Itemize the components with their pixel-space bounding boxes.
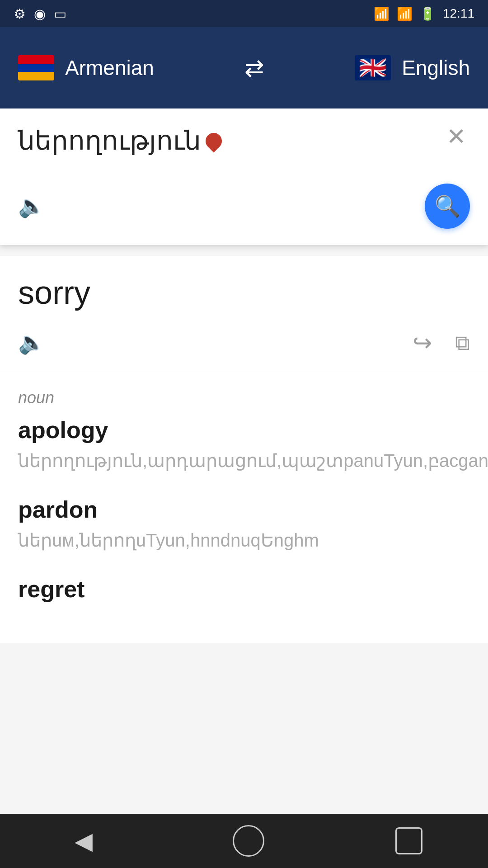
input-speaker-button[interactable]: 🔈 [18,193,45,219]
clock: 12:11 [443,6,474,21]
search-input-row: ներողություն ✕ [18,125,470,165]
home-button[interactable] [233,825,264,857]
target-language-selector[interactable]: 🇬🇧 English [355,55,470,80]
def-translation-apology: ներողություն,արդարացում,պաշտpanuTyun,բac… [18,448,470,473]
result-section: sorry 🔈 ↪ ⧉ [0,256,488,370]
share-button[interactable]: ↪ [413,329,432,356]
input-value: ներողություն [18,126,201,155]
copy-button[interactable]: ⧉ [455,330,470,355]
signal-icon: 📶 [397,6,413,21]
target-language-label: English [402,56,470,80]
definition-entry-regret: regret [18,576,470,603]
result-word: sorry [18,274,470,311]
navigation-bar: ◀ [0,814,488,868]
def-word-regret: regret [18,576,470,603]
recents-button[interactable] [395,827,422,854]
back-button[interactable]: ◀ [66,823,102,859]
radio-icon: ◉ [34,6,46,22]
part-of-speech-label: noun [18,388,470,407]
search-card: ներողություն ✕ 🔈 🔍 [0,108,488,245]
source-language-label: Armenian [65,56,154,80]
definitions-section: noun apology ներողություն,արդարացում,պաշ… [0,370,488,643]
def-translation-pardon: ներuм,ներողuTyun,hnndnuqԵnghm [18,528,470,553]
def-word-apology: apology [18,416,470,443]
back-icon: ◀ [75,827,93,854]
def-word-pardon: pardon [18,496,470,523]
definition-entry-pardon: pardon ներuм,ներողuTyun,hnndnuqԵnghm [18,496,470,553]
search-input-text[interactable]: ներողություն [18,125,443,156]
definition-entry-apology: apology ներողություն,արդարացում,պաշտpanu… [18,416,470,473]
status-icons-left: ⚙ ◉ ▭ [14,6,66,22]
clear-button[interactable]: ✕ [443,125,470,148]
status-icons-right: 📶 📶 🔋 12:11 [374,6,474,21]
search-icon: 🔍 [435,194,460,218]
wifi-icon: 📶 [374,6,389,21]
settings-icon: ⚙ [14,6,26,22]
armenian-flag [18,55,54,80]
cursor-indicator [202,129,225,152]
language-header: Armenian ⇄ 🇬🇧 English [0,27,488,108]
uk-flag: 🇬🇧 [355,55,391,80]
result-speaker-button[interactable]: 🔈 [18,330,45,355]
search-actions: 🔈 🔍 [18,184,470,229]
search-button[interactable]: 🔍 [425,184,470,229]
battery-icon: 🔋 [420,6,436,21]
status-bar: ⚙ ◉ ▭ 📶 📶 🔋 12:11 [0,0,488,27]
source-language-selector[interactable]: Armenian [18,55,154,80]
storage-icon: ▭ [54,6,66,22]
swap-languages-button[interactable]: ⇄ [244,54,264,81]
result-actions: 🔈 ↪ ⧉ [18,329,470,370]
